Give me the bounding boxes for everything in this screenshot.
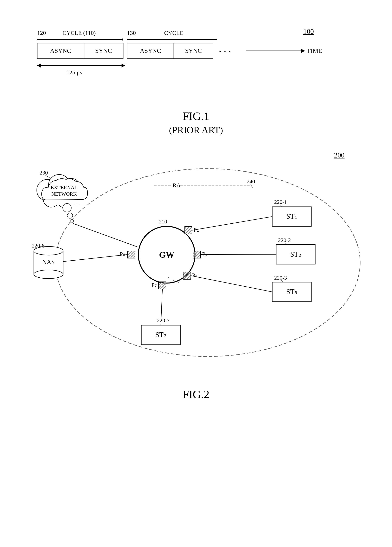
svg-text:·: · <box>177 279 179 287</box>
svg-text:ASYNC: ASYNC <box>50 47 71 54</box>
svg-text:210: 210 <box>159 219 167 225</box>
svg-rect-60 <box>183 272 191 279</box>
svg-text:P₈: P₈ <box>120 251 125 257</box>
svg-text:RA: RA <box>173 182 181 188</box>
svg-marker-27 <box>121 64 125 68</box>
svg-text:125 μs: 125 μs <box>66 69 82 75</box>
svg-text:· · ·: · · · <box>219 46 231 57</box>
svg-text:·: · <box>173 276 174 284</box>
svg-text:EXTERNAL: EXTERNAL <box>51 185 77 190</box>
svg-text:ST₃: ST₃ <box>286 288 297 296</box>
svg-line-90 <box>63 254 128 262</box>
fig2-title: FIG.2 <box>16 388 376 401</box>
svg-line-46 <box>73 223 137 247</box>
svg-text:220-3: 220-3 <box>274 275 287 281</box>
svg-text:220-2: 220-2 <box>278 237 291 243</box>
fig2-diagram-svg: 230 EXTERNAL NETWORK GW 210 RA <box>16 151 376 376</box>
svg-text:CYCLE: CYCLE <box>164 29 183 36</box>
svg-text:TIME: TIME <box>307 47 322 54</box>
svg-text:NAS: NAS <box>42 259 55 266</box>
svg-line-70 <box>192 217 272 230</box>
svg-rect-55 <box>185 226 192 234</box>
fig2-section: 200 230 E <box>16 151 376 401</box>
svg-marker-26 <box>37 64 41 68</box>
svg-line-80 <box>191 276 272 292</box>
svg-rect-58 <box>193 251 200 258</box>
svg-point-44 <box>67 213 73 218</box>
svg-text:120: 120 <box>37 29 46 36</box>
svg-point-87 <box>34 270 63 279</box>
svg-text:ST₂: ST₂ <box>290 250 301 258</box>
svg-line-40 <box>46 175 52 179</box>
fig1-title: FIG.1 <box>16 109 376 123</box>
timing-diagram-svg: 120 130 CYCLE (110) CYCLE ASY <box>31 27 383 94</box>
svg-text:ST₇: ST₇ <box>155 331 166 339</box>
svg-text:P₇: P₇ <box>152 282 157 288</box>
svg-text:ASYNC: ASYNC <box>140 47 161 54</box>
svg-text:130: 130 <box>127 29 136 36</box>
svg-text:SYNC: SYNC <box>185 47 202 54</box>
svg-line-54 <box>251 184 253 188</box>
svg-text:SYNC: SYNC <box>95 47 112 54</box>
svg-text:240: 240 <box>247 178 255 185</box>
svg-marker-23 <box>301 49 305 53</box>
svg-point-45 <box>70 219 74 223</box>
svg-text:P₂: P₂ <box>202 251 207 257</box>
svg-text:220-7: 220-7 <box>157 317 170 323</box>
svg-rect-62 <box>159 282 166 289</box>
svg-text:220-8: 220-8 <box>32 243 45 249</box>
svg-text:CYCLE (110): CYCLE (110) <box>63 29 96 36</box>
page: { "fig1": { "reference": "100", "label_1… <box>0 0 392 547</box>
svg-text:P₃: P₃ <box>192 272 197 278</box>
svg-text:NETWORK: NETWORK <box>51 191 77 197</box>
svg-text:·: · <box>168 274 170 282</box>
svg-text:220-1: 220-1 <box>274 199 287 205</box>
svg-rect-64 <box>128 251 135 258</box>
svg-text:GW: GW <box>159 250 174 260</box>
svg-text:ST₁: ST₁ <box>286 212 297 220</box>
fig1-section: 100 120 130 CYCLE (110) CYCLE <box>16 27 376 135</box>
fig1-subtitle: (PRIOR ART) <box>16 125 376 135</box>
svg-point-43 <box>63 204 71 212</box>
svg-text:230: 230 <box>40 170 48 176</box>
